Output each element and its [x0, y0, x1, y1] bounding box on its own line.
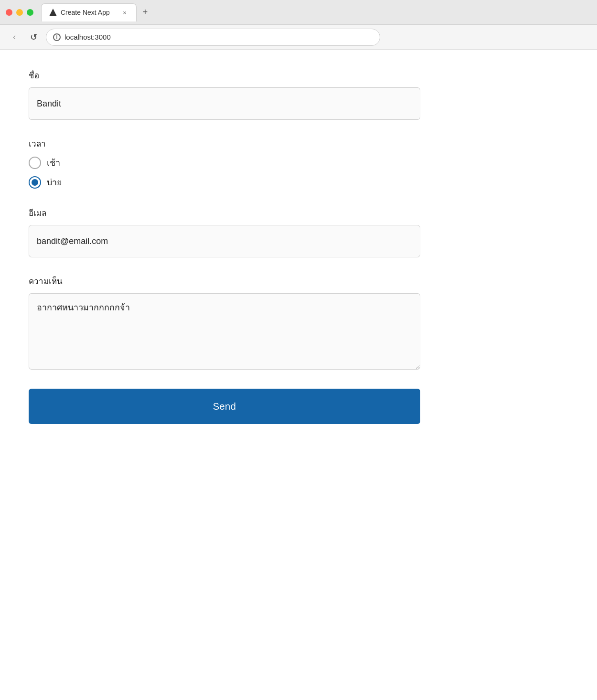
form-container: ชื่อ เวลา เช้า บ่าย	[29, 69, 420, 424]
active-tab[interactable]: Create Next App ×	[41, 3, 137, 21]
radio-afternoon[interactable]	[29, 176, 41, 189]
email-input[interactable]	[29, 225, 420, 257]
name-input[interactable]	[29, 87, 420, 120]
send-button[interactable]: Send	[29, 389, 420, 424]
email-field-group: อีเมล	[29, 206, 420, 257]
tab-close-button[interactable]: ×	[121, 9, 128, 16]
comment-label: ความเห็น	[29, 275, 420, 287]
radio-morning-label: เช้า	[47, 156, 60, 170]
radio-item-morning[interactable]: เช้า	[29, 156, 420, 170]
address-bar: ‹ ↺ i localhost:3000	[0, 25, 597, 50]
refresh-button[interactable]: ↺	[27, 31, 40, 44]
new-tab-button[interactable]: +	[139, 6, 152, 19]
name-label: ชื่อ	[29, 69, 420, 82]
minimize-button[interactable]	[16, 9, 23, 16]
time-field-group: เวลา เช้า บ่าย	[29, 137, 420, 189]
page-content: ชื่อ เวลา เช้า บ่าย	[0, 50, 597, 700]
info-icon: i	[53, 33, 61, 41]
name-field-group: ชื่อ	[29, 69, 420, 120]
url-text: localhost:3000	[64, 33, 111, 41]
tab-favicon-icon	[49, 9, 57, 16]
radio-morning[interactable]	[29, 157, 41, 169]
comment-field-group: ความเห็น อากาศหนาวมากกกกกจ้า	[29, 275, 420, 371]
time-radio-group: เช้า บ่าย	[29, 156, 420, 189]
email-label: อีเมล	[29, 206, 420, 219]
url-bar[interactable]: i localhost:3000	[46, 29, 380, 46]
radio-item-afternoon[interactable]: บ่าย	[29, 175, 420, 189]
radio-afternoon-label: บ่าย	[47, 175, 62, 189]
back-button[interactable]: ‹	[8, 31, 21, 44]
title-bar: Create Next App × +	[0, 0, 597, 25]
maximize-button[interactable]	[27, 9, 33, 16]
tab-bar: Create Next App × +	[41, 3, 591, 21]
time-label: เวลา	[29, 137, 420, 150]
comment-textarea[interactable]: อากาศหนาวมากกกกกจ้า	[29, 293, 420, 370]
tab-title: Create Next App	[61, 9, 110, 16]
traffic-lights	[6, 9, 33, 16]
close-button[interactable]	[6, 9, 12, 16]
browser-window: Create Next App × + ‹ ↺ i localhost:3000…	[0, 0, 597, 700]
